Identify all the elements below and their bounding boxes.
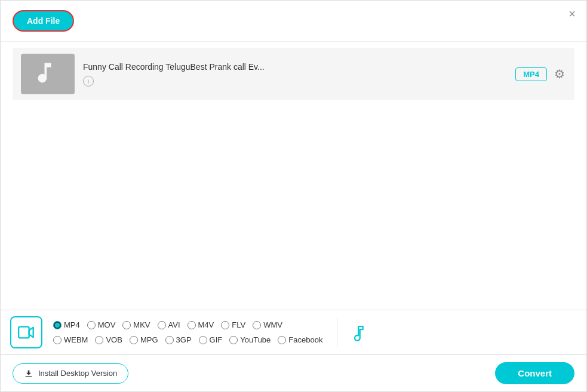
file-list: Funny Call Recording TeluguBest Prank ca… <box>1 42 586 106</box>
file-info: Funny Call Recording TeluguBest Prank ca… <box>83 62 507 87</box>
format-wmv[interactable]: WMV <box>253 319 290 331</box>
format-options: MP4 MOV MKV AVI M4V <box>53 319 330 346</box>
convert-button[interactable]: Convert <box>495 362 574 384</box>
format-row-2: WEBM VOB MPG 3GP GIF <box>53 334 330 346</box>
format-vob[interactable]: VOB <box>95 334 129 346</box>
format-mpg[interactable]: MPG <box>130 334 165 346</box>
format-mkv[interactable]: MKV <box>122 319 157 331</box>
add-file-button[interactable]: Add File <box>13 10 74 32</box>
video-format-tab[interactable] <box>10 316 42 348</box>
close-button[interactable]: × <box>568 8 576 20</box>
download-icon <box>24 369 33 378</box>
file-thumbnail <box>21 54 75 94</box>
format-badge: MP4 <box>515 67 547 81</box>
info-icon[interactable]: i <box>83 76 94 87</box>
format-youtube[interactable]: YouTube <box>229 334 278 346</box>
audio-format-tab[interactable] <box>345 316 377 348</box>
svg-rect-0 <box>19 327 29 338</box>
file-actions: MP4 ⚙ <box>515 66 566 82</box>
format-m4v[interactable]: M4V <box>188 319 222 331</box>
main-content <box>1 106 586 309</box>
format-3gp[interactable]: 3GP <box>165 334 199 346</box>
top-bar: Add File × <box>1 1 586 42</box>
file-title: Funny Call Recording TeluguBest Prank ca… <box>83 62 507 72</box>
format-mov[interactable]: MOV <box>87 319 123 331</box>
format-gif[interactable]: GIF <box>199 334 230 346</box>
format-row-1: MP4 MOV MKV AVI M4V <box>53 319 330 331</box>
format-avi[interactable]: AVI <box>158 319 188 331</box>
format-bar: MP4 MOV MKV AVI M4V <box>1 310 586 355</box>
bottom-section: MP4 MOV MKV AVI M4V <box>1 310 586 391</box>
install-desktop-button[interactable]: Install Desktop Version <box>13 363 128 384</box>
format-facebook[interactable]: Facebook <box>278 334 330 346</box>
format-divider <box>337 317 337 347</box>
music-icon <box>35 60 61 88</box>
format-mp4[interactable]: MP4 <box>53 319 87 331</box>
format-webm[interactable]: WEBM <box>53 334 95 346</box>
action-bar: Install Desktop Version Convert <box>1 355 586 391</box>
settings-button[interactable]: ⚙ <box>553 66 566 82</box>
file-item: Funny Call Recording TeluguBest Prank ca… <box>13 48 574 100</box>
install-label: Install Desktop Version <box>38 369 117 378</box>
format-flv[interactable]: FLV <box>221 319 253 331</box>
